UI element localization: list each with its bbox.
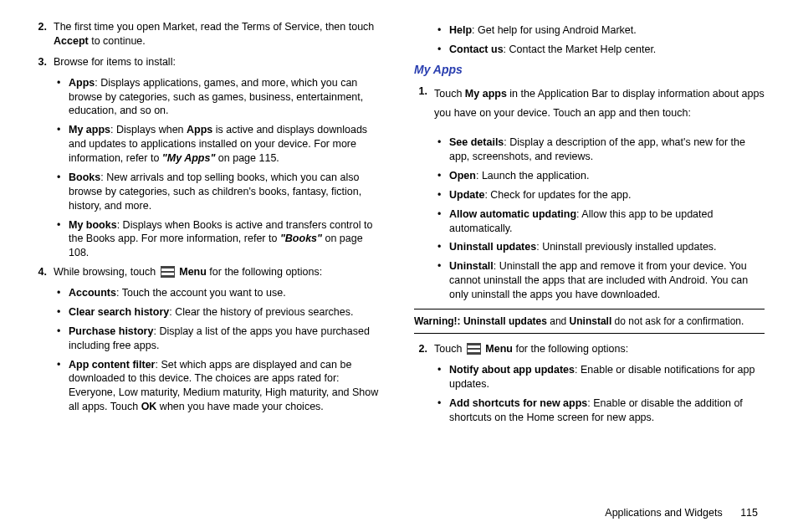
- warning-label: Warning!:: [414, 315, 461, 327]
- bullet-update: • Update: Check for updates for the app.: [437, 188, 765, 202]
- step-number: 1.: [414, 84, 434, 130]
- warning-block: Warning!: Uninstall updates and Uninstal…: [414, 309, 765, 334]
- ref-my-apps: "My Apps": [162, 152, 215, 164]
- bullet-my-apps: • My apps: Displays when Apps is active …: [57, 123, 384, 166]
- bullet-dot: •: [437, 188, 449, 202]
- footer-section: Applications and Widgets: [605, 507, 722, 519]
- bullet-dot: •: [57, 325, 69, 353]
- text: : New arrivals and top selling books, wh…: [69, 171, 361, 212]
- text: for the following options:: [513, 343, 628, 355]
- bullet-accounts: • Accounts: Touch the account you want t…: [57, 286, 384, 300]
- text: : Get help for using Android Market.: [472, 24, 637, 36]
- text: on page 115.: [215, 152, 279, 164]
- bullet-dot: •: [437, 207, 449, 236]
- text: do not ask for a confirmation.: [611, 315, 744, 327]
- bullet-body: Allow automatic updating: Allow this app…: [449, 207, 765, 236]
- label: Uninstall: [449, 260, 494, 272]
- text: Touch: [434, 88, 465, 100]
- menu-label: Menu: [485, 343, 513, 355]
- bullet-body: Accounts: Touch the account you want to …: [69, 286, 384, 300]
- bullet-body: Open: Launch the application.: [449, 169, 765, 183]
- text: : Displays applications, games, and more…: [69, 77, 363, 117]
- apps-bold: Apps: [187, 124, 212, 136]
- label: Purchase history: [69, 325, 153, 337]
- bullet-body: Contact us: Contact the Market Help cent…: [449, 43, 765, 57]
- bullet-body: Uninstall: Uninstall the app and remove …: [449, 259, 765, 302]
- label: My apps: [69, 124, 110, 136]
- step-number: 2.: [414, 342, 434, 356]
- bullet-body: Purchase history: Display a list of the …: [69, 325, 384, 353]
- page-footer: Applications and Widgets 115: [605, 507, 758, 519]
- bullet-uninstall: • Uninstall: Uninstall the app and remov…: [437, 259, 765, 302]
- text: : Check for updates for the app.: [484, 189, 631, 201]
- step-4: 4. While browsing, touch Menu for the fo…: [33, 265, 384, 279]
- text: to continue.: [89, 35, 146, 47]
- bullet-body: App content filter: Set which apps are d…: [69, 358, 384, 415]
- step-body: While browsing, touch Menu for the follo…: [54, 265, 384, 279]
- bullet-body: See details: Display a description of th…: [449, 136, 765, 164]
- label: Help: [449, 24, 472, 36]
- label: Contact us: [449, 43, 504, 55]
- bullet-dot: •: [437, 240, 449, 254]
- bullet-purchase-history: • Purchase history: Display a list of th…: [57, 325, 384, 353]
- bullet-dot: •: [57, 218, 69, 261]
- step-body: Touch Menu for the following options:: [434, 342, 765, 356]
- bullet-dot: •: [57, 286, 69, 300]
- label: My books: [69, 219, 117, 231]
- bullet-dot: •: [57, 76, 69, 119]
- bullet-body: Update: Check for updates for the app.: [449, 188, 765, 202]
- bullet-dot: •: [437, 43, 449, 57]
- bullet-notify-updates: • Notify about app updates: Enable or di…: [437, 363, 765, 391]
- warn-u1: Uninstall updates: [463, 315, 547, 327]
- step-number: 4.: [33, 265, 54, 279]
- bullet-dot: •: [57, 358, 69, 415]
- bullet-open: • Open: Launch the application.: [437, 169, 765, 183]
- text: While browsing, touch: [54, 266, 159, 278]
- bullet-uninstall-updates: • Uninstall updates: Uninstall previousl…: [437, 240, 765, 254]
- bullet-my-books: • My books: Displays when Books is activ…: [57, 218, 384, 261]
- text: : Clear the history of previous searches…: [169, 306, 353, 318]
- bullet-body: Uninstall updates: Uninstall previously …: [449, 240, 765, 254]
- label: Accounts: [69, 287, 116, 299]
- text: for the following options:: [207, 266, 322, 278]
- page-number: 115: [740, 507, 758, 519]
- menu-label: Menu: [179, 266, 207, 278]
- label: Books: [69, 171, 100, 183]
- menu-icon: [161, 266, 175, 278]
- page: 2. The first time you open Market, read …: [0, 0, 798, 442]
- menu-icon: [467, 343, 481, 355]
- ref-books: "Books": [280, 233, 322, 244]
- bullet-body: My books: Displays when Books is active …: [69, 218, 384, 261]
- bullet-body: My apps: Displays when Apps is active an…: [69, 123, 384, 166]
- text: : Contact the Market Help center.: [504, 43, 657, 55]
- label: Allow automatic updating: [449, 208, 576, 220]
- bullet-dot: •: [437, 396, 449, 425]
- bullet-help: • Help: Get help for using Android Marke…: [437, 23, 765, 38]
- warn-u2: Uninstall: [570, 315, 612, 327]
- step-2-right: 2. Touch Menu for the following options:: [414, 342, 765, 356]
- bullet-add-shortcuts: • Add shortcuts for new apps: Enable or …: [437, 396, 765, 425]
- bullet-body: Books: New arrivals and top selling book…: [69, 171, 384, 213]
- label: Apps: [69, 77, 95, 89]
- bullet-apps: • Apps: Displays applications, games, an…: [57, 76, 384, 119]
- step-number: 2.: [33, 20, 54, 49]
- bullet-body: Help: Get help for using Android Market.: [449, 23, 765, 38]
- step-2: 2. The first time you open Market, read …: [33, 20, 384, 49]
- text: : Displays when: [110, 124, 187, 136]
- bullet-body: Notify about app updates: Enable or disa…: [449, 363, 765, 391]
- step-body: The first time you open Market, read the…: [54, 20, 384, 49]
- label: Notify about app updates: [449, 364, 575, 376]
- bullet-contact-us: • Contact us: Contact the Market Help ce…: [437, 43, 765, 57]
- bullet-books: • Books: New arrivals and top selling bo…: [57, 171, 384, 213]
- ok-label: OK: [141, 401, 157, 412]
- left-column: 2. The first time you open Market, read …: [33, 20, 384, 429]
- text: The first time you open Market, read the…: [54, 21, 374, 33]
- text: : Launch the application.: [476, 170, 590, 182]
- bullet-dot: •: [437, 259, 449, 302]
- bullet-app-content-filter: • App content filter: Set which apps are…: [57, 358, 384, 415]
- bullet-dot: •: [57, 171, 69, 213]
- bullet-body: Clear search history: Clear the history …: [69, 305, 384, 320]
- accept-label: Accept: [54, 35, 89, 47]
- text: : Uninstall previously installed updates…: [536, 241, 716, 253]
- label: See details: [449, 136, 504, 148]
